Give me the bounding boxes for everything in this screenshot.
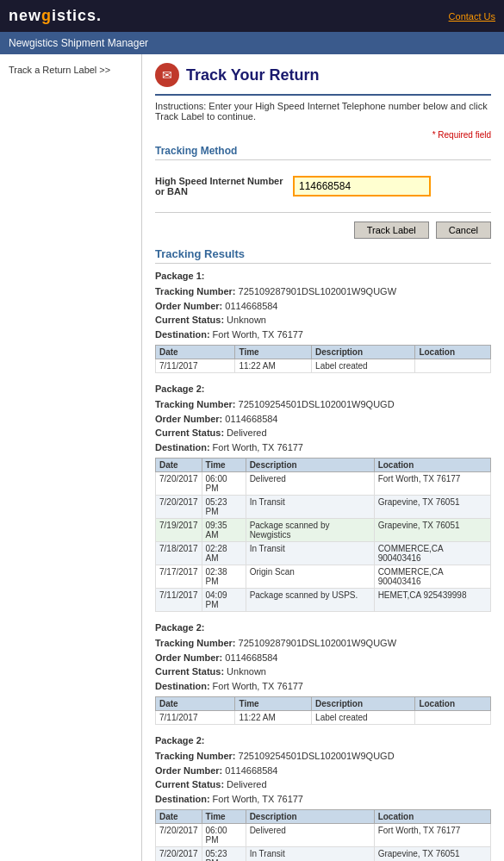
table-header-cell: Date [156,346,235,359]
table-cell: Grapevine, TX 76051 [374,519,490,542]
ban-label: High Speed Internet Number or BAN [155,176,293,197]
header: newgistics. Contact Us [0,0,504,32]
form-row-ban: High Speed Internet Number or BAN [155,169,491,203]
package-block: Package 2:Tracking Number: 725109254501D… [155,735,491,861]
table-cell: 02:28 AM [202,542,246,565]
table-cell: 04:09 PM [202,589,246,612]
table-row: 7/11/201704:09 PMPackage scanned by USPS… [156,589,491,612]
package-info: Tracking Number: 725109287901DSL102001W9… [155,636,491,693]
package-info: Tracking Number: 725109254501DSL102001W9… [155,749,491,806]
table-row: 7/20/201705:23 PMIn TransitGrapevine, TX… [156,496,491,519]
table-header-cell: Location [415,346,491,359]
navbar: Newgistics Shipment Manager [0,32,504,54]
instructions: Instructions: Enter your High Speed Inte… [155,101,491,122]
table-cell [415,711,491,725]
table-cell: COMMERCE,CA 900403416 [374,565,490,589]
logo: newgistics. [9,7,102,25]
table-header-cell: Date [156,697,235,711]
results-header: Tracking Results [155,247,491,264]
table-cell: Origin Scan [246,565,374,589]
table-cell: 7/20/2017 [156,824,202,847]
table-cell: 05:23 PM [202,496,246,519]
track-table: DateTimeDescriptionLocation7/20/201706:0… [155,458,491,612]
package-info: Tracking Number: 725109287901DSL102001W9… [155,284,491,341]
table-cell: In Transit [246,496,374,519]
required-note: * Required field [155,130,491,140]
table-row: 7/20/201706:00 PMDeliveredFort Worth, TX… [156,472,491,496]
table-cell: In Transit [246,542,374,565]
table-header-cell: Time [202,459,246,472]
table-cell: Grapevine, TX 76051 [374,496,490,519]
table-row: 7/20/201706:00 PMDeliveredFort Worth, TX… [156,824,491,847]
table-row: 7/11/201711:22 AMLabel created [156,711,491,725]
table-cell: 06:00 PM [202,472,246,496]
table-header-cell: Location [415,697,491,711]
sidebar: Track a Return Label >> [0,54,142,861]
table-header-cell: Location [374,810,490,824]
table-header-cell: Description [246,810,374,824]
package-info: Tracking Number: 725109254501DSL102001W9… [155,397,491,454]
tracking-method-header: Tracking Method [155,145,491,160]
package-title: Package 2: [155,622,491,633]
navbar-title: Newgistics Shipment Manager [9,37,148,49]
table-row: 7/18/201702:28 AMIn TransitCOMMERCE,CA 9… [156,542,491,565]
page-icon: ✉ [155,63,179,87]
main-content: ✉ Track Your Return Instructions: Enter … [142,54,504,861]
package-title: Package 2: [155,735,491,746]
package-title: Package 2: [155,384,491,394]
table-cell: Package scanned by USPS. [246,589,374,612]
page-title: Track Your Return [186,66,319,84]
track-table: DateTimeDescriptionLocation7/11/201711:2… [155,696,491,725]
table-cell: 06:00 PM [202,824,246,847]
table-cell: 09:35 AM [202,519,246,542]
package-title: Package 1: [155,271,491,281]
table-cell: 11:22 AM [235,359,312,373]
table-cell: 7/20/2017 [156,472,202,496]
table-cell: 11:22 AM [235,711,312,725]
track-table: DateTimeDescriptionLocation7/20/201706:0… [155,809,491,861]
track-table: DateTimeDescriptionLocation7/11/201711:2… [155,345,491,373]
table-header-cell: Time [202,810,246,824]
page-title-area: ✉ Track Your Return [155,63,491,96]
table-header-cell: Time [235,697,312,711]
table-cell: 7/20/2017 [156,847,202,862]
table-header-cell: Date [156,459,202,472]
logo-g: g [41,7,52,24]
table-cell: In Transit [246,847,374,862]
table-cell: Fort Worth, TX 76177 [374,472,490,496]
package-block: Package 2:Tracking Number: 725109254501D… [155,384,491,612]
table-header-cell: Description [312,697,415,711]
table-cell: 7/19/2017 [156,519,202,542]
table-cell: Grapevine, TX 76051 [374,847,490,862]
contact-us-link[interactable]: Contact Us [449,11,495,22]
table-cell: 05:23 PM [202,847,246,862]
table-header-cell: Date [156,810,202,824]
table-header-cell: Description [246,459,374,472]
table-cell: Delivered [246,824,374,847]
table-cell: Delivered [246,472,374,496]
table-cell [415,359,491,373]
cancel-button[interactable]: Cancel [436,221,491,239]
sidebar-track-return-link[interactable]: Track a Return Label >> [0,61,141,78]
table-cell: 7/20/2017 [156,496,202,519]
table-header-cell: Time [235,346,312,359]
content-wrapper: Track a Return Label >> ✉ Track Your Ret… [0,54,504,861]
package-block: Package 1:Tracking Number: 725109287901D… [155,271,491,373]
table-row: 7/20/201705:23 PMIn TransitGrapevine, TX… [156,847,491,862]
table-cell: 7/11/2017 [156,711,235,725]
table-row: 7/17/201702:38 PMOrigin ScanCOMMERCE,CA … [156,565,491,589]
table-cell: Package scanned by Newgistics [246,519,374,542]
ban-input[interactable] [293,176,431,197]
table-cell: COMMERCE,CA 900403416 [374,542,490,565]
table-cell: Label created [312,711,415,725]
table-header-cell: Description [312,346,415,359]
table-cell: 7/17/2017 [156,565,202,589]
table-cell: 7/11/2017 [156,589,202,612]
table-row: 7/19/201709:35 AMPackage scanned by Newg… [156,519,491,542]
table-cell: HEMET,CA 925439998 [374,589,490,612]
track-label-button[interactable]: Track Label [354,221,429,239]
package-block: Package 2:Tracking Number: 725109287901D… [155,622,491,725]
table-row: 7/11/201711:22 AMLabel created [156,359,491,373]
table-cell: Label created [312,359,415,373]
table-header-cell: Location [374,459,490,472]
